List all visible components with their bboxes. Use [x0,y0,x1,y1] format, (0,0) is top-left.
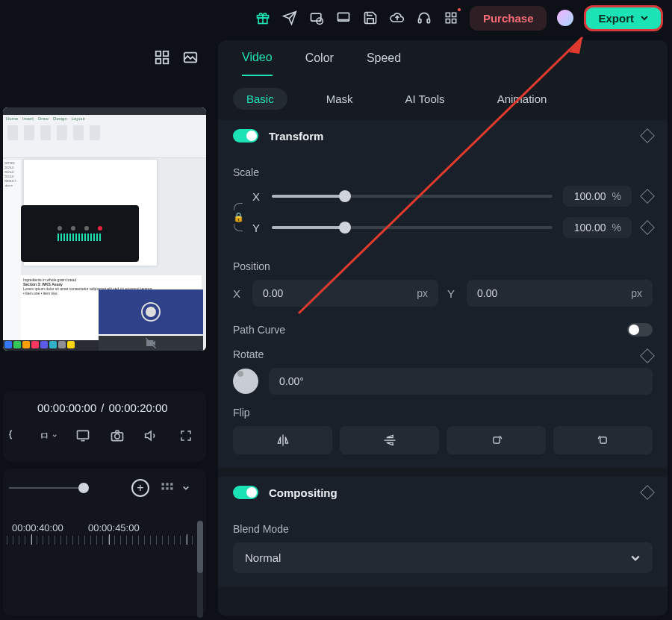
tab-speed[interactable]: Speed [367,51,401,75]
keyframe-button[interactable] [640,128,655,143]
support-icon[interactable] [416,10,432,26]
rotate-label: Rotate [233,348,264,360]
svg-rect-27 [600,437,606,443]
svg-rect-25 [170,487,172,489]
compositing-title: Compositing [269,486,337,499]
svg-rect-23 [162,487,164,489]
rotate-cw-button[interactable] [447,426,546,454]
crop-icon[interactable] [40,428,57,444]
gift-icon[interactable] [255,10,271,26]
path-curve-label: Path Curve [233,324,285,336]
svg-rect-9 [446,19,449,23]
scale-label: Scale [233,166,653,178]
grid-view-icon[interactable] [154,49,170,66]
keyframe-button[interactable] [640,189,655,204]
history-icon[interactable] [308,10,325,26]
apps-icon[interactable] [443,10,459,26]
subtab-animation[interactable]: Animation [484,88,561,110]
save-icon[interactable] [362,10,379,26]
scale-y-value[interactable]: 100.00% [563,217,632,238]
camera-off-icon [99,336,203,351]
secondary-tabs: Basic Mask AI Tools Animation [218,76,668,120]
svg-rect-22 [170,483,172,485]
timeline-panel: + 00:00:40:00 00:00:45:00 [3,469,206,616]
keyframe-button[interactable] [640,485,655,500]
send-icon[interactable] [281,10,298,26]
svg-rect-20 [162,483,164,485]
scale-x-value[interactable]: 100.00% [563,186,632,207]
position-label: Position [233,260,653,272]
scale-y-axis-label: Y [251,222,261,234]
svg-rect-14 [164,59,168,63]
obs-thumbnail [99,289,203,334]
svg-point-19 [115,434,120,439]
chevron-down-icon [630,553,641,563]
keyframe-button[interactable] [640,220,655,235]
subtab-ai-tools[interactable]: AI Tools [392,88,458,110]
path-curve-toggle[interactable] [627,323,653,336]
scale-x-slider[interactable] [272,195,553,198]
flip-vertical-button[interactable] [340,426,439,454]
rotate-ccw-button[interactable] [553,426,653,454]
time-divider: / [101,401,104,414]
timeline-scrollbar[interactable] [197,521,203,618]
timeline-view-icon[interactable] [160,480,175,495]
svg-rect-13 [156,59,161,63]
transform-title: Transform [269,130,323,143]
svg-rect-7 [446,13,449,16]
scale-y-slider[interactable] [272,226,553,229]
fullscreen-icon[interactable] [178,428,194,444]
position-x-input[interactable]: 0.00px [252,280,438,307]
monitor-icon[interactable] [335,10,352,26]
compositing-toggle[interactable] [233,486,258,499]
snapshot-icon[interactable] [109,428,125,444]
scale-link-toggle[interactable]: 🔒 [233,203,243,231]
zoom-slider[interactable] [9,487,84,489]
image-view-icon[interactable] [182,49,199,66]
position-y-axis-label: Y [447,287,458,300]
video-preview[interactable]: HomeInsertDrawDesignLayout NOTES2024-020… [3,107,206,351]
rotate-dial[interactable] [233,369,258,394]
svg-rect-10 [452,19,455,23]
tab-video[interactable]: Video [242,51,273,76]
primary-tabs: Video Color Speed [218,40,668,76]
timeline-tick-label: 00:00:40:00 [12,522,63,533]
position-y-input[interactable]: 0.00px [467,280,653,307]
preview-panel: HomeInsertDrawDesignLayout NOTES2024-020… [0,39,209,620]
cloud-icon[interactable] [389,10,405,26]
svg-rect-8 [452,13,455,16]
svg-rect-21 [166,483,168,485]
blend-mode-select[interactable]: Normal [233,542,653,573]
svg-rect-16 [42,433,47,437]
svg-rect-12 [164,51,168,56]
chevron-down-icon [640,13,649,22]
top-toolbar: Purchase Export [0,0,672,36]
svg-rect-6 [427,19,429,23]
timeline-tick-label: 00:00:45:00 [88,522,140,533]
duration: 00:00:20:00 [108,401,167,414]
volume-icon[interactable] [143,428,160,444]
flip-horizontal-button[interactable] [233,426,332,454]
svg-rect-5 [418,19,420,23]
braces-icon[interactable] [6,428,22,444]
svg-rect-24 [166,487,168,489]
export-button[interactable]: Export [584,5,663,31]
transform-toggle[interactable] [233,129,258,143]
avatar[interactable] [557,10,573,26]
position-x-axis-label: X [233,287,243,300]
purchase-button[interactable]: Purchase [470,6,547,31]
keyframe-button[interactable] [640,348,655,363]
display-icon[interactable] [75,428,91,444]
chevron-down-icon[interactable] [182,484,190,492]
zoom-in-button[interactable]: + [131,479,149,497]
transform-section: Transform Scale 🔒 X [218,120,668,468]
svg-rect-11 [156,51,161,56]
tab-color[interactable]: Color [305,51,334,75]
subtab-mask[interactable]: Mask [313,88,367,110]
playback-bar: 00:00:00:00 / 00:00:20:00 [3,391,206,461]
rotate-value[interactable]: 0.00° [269,368,653,395]
flip-label: Flip [233,407,653,419]
svg-rect-26 [493,437,499,443]
subtab-basic[interactable]: Basic [233,88,287,110]
current-time: 00:00:00:00 [37,401,96,414]
